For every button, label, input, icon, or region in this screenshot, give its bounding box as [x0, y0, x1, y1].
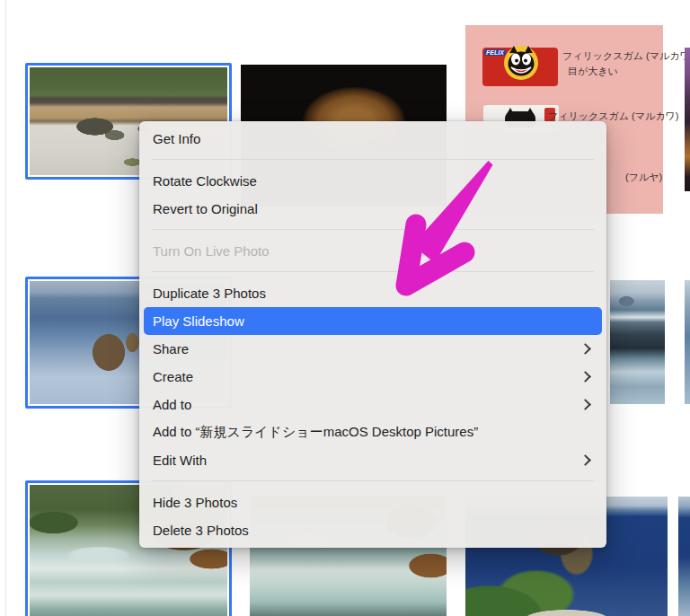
felix-cat-face-icon [503, 45, 539, 81]
chevron-right-icon [579, 371, 591, 383]
menu-item-label: Add to “新規スライドショーmacOS Desktop Pictures” [153, 424, 478, 441]
photo-cape-surf-image [610, 280, 665, 404]
menu-item-label: Create [153, 369, 193, 384]
chevron-right-icon [579, 399, 591, 410]
menu-item-turn-on-live-photo: Turn On Live Photo [139, 237, 606, 265]
photos-app-grid: FELIX フィリックスガム (マルカワ) 目が大きい フィリックスガム (マル… [0, 0, 690, 616]
photo-coast-sliver-image [685, 280, 690, 404]
menu-item-rotate-clockwise[interactable]: Rotate Clockwise [139, 167, 606, 195]
menu-item-edit-with[interactable]: Edit With [139, 446, 606, 474]
chevron-right-icon [579, 454, 591, 466]
menu-item-revert-to-original[interactable]: Revert to Original [139, 195, 606, 223]
menu-item-share[interactable]: Share [139, 335, 606, 363]
menu-item-get-info[interactable]: Get Info [139, 125, 606, 153]
menu-item-hide-3-photos[interactable]: Hide 3 Photos [139, 488, 606, 516]
felix-gum-red-card: FELIX [482, 48, 558, 86]
menu-item-play-slideshow[interactable]: Play Slideshow [144, 307, 602, 335]
menu-item-duplicate-3-photos[interactable]: Duplicate 3 Photos [139, 279, 606, 307]
photo-sea-cliff-sliver[interactable] [678, 497, 690, 616]
menu-item-label: Duplicate 3 Photos [153, 286, 266, 301]
menu-item-label: Share [153, 341, 189, 356]
context-menu: Get Info Rotate Clockwise Revert to Orig… [139, 121, 606, 548]
menu-item-label: Revert to Original [153, 201, 258, 216]
menu-item-add-to-album[interactable]: Add to “新規スライドショーmacOS Desktop Pictures” [139, 418, 606, 446]
menu-separator [152, 271, 594, 272]
felix-item1-title: フィリックスガム (マルカワ) [562, 49, 690, 63]
menu-separator [152, 229, 594, 230]
menu-item-label: Play Slideshow [153, 313, 244, 329]
menu-separator [152, 480, 594, 481]
chevron-right-icon [579, 343, 591, 355]
menu-item-create[interactable]: Create [139, 363, 606, 391]
photo-dusk-city-sliver-image [685, 48, 690, 191]
menu-separator [152, 159, 594, 160]
menu-item-delete-3-photos[interactable]: Delete 3 Photos [139, 516, 606, 544]
felix-item1-subtitle: 目が大きい [568, 65, 618, 78]
photo-dusk-city-sliver[interactable] [685, 48, 690, 191]
menu-item-label: Rotate Clockwise [153, 173, 257, 189]
menu-item-label: Add to [153, 397, 191, 412]
menu-item-label: Hide 3 Photos [153, 495, 237, 510]
menu-item-label: Edit With [153, 453, 207, 468]
felix-item3-fragment: (フルヤ) [625, 171, 662, 184]
panel-edge-divider [5, 0, 6, 616]
menu-item-label: Get Info [153, 131, 200, 146]
photo-coast-sliver[interactable] [685, 280, 690, 404]
photo-cape-surf[interactable] [610, 280, 665, 404]
photo-sea-cliff-sliver-image [678, 497, 690, 616]
menu-item-add-to[interactable]: Add to [139, 391, 606, 418]
menu-item-label: Delete 3 Photos [153, 523, 249, 538]
menu-item-label: Turn On Live Photo [153, 243, 270, 259]
